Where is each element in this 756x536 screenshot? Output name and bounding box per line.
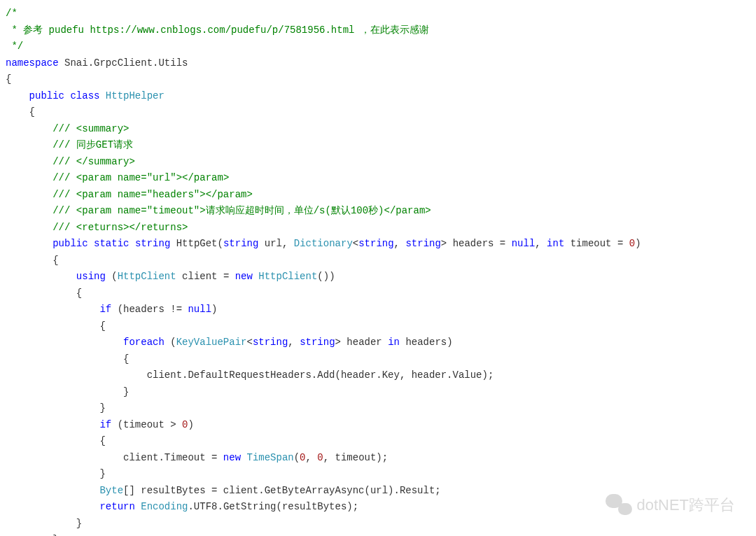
- code-token: [6, 172, 52, 183]
- code-token: {: [6, 435, 106, 446]
- code-token: int: [547, 238, 564, 249]
- code-token: {: [6, 255, 59, 266]
- code-token: }: [6, 402, 106, 414]
- code-token: ): [211, 304, 217, 315]
- code-token: HttpHelper: [106, 90, 164, 101]
- code-token: [88, 238, 94, 249]
- code-token: [99, 90, 105, 101]
- code-token: > header: [335, 337, 388, 348]
- code-token: static: [94, 238, 129, 249]
- code-token: ">请求响应超时时间，单位/s(默认: [194, 205, 351, 216]
- code-token: {: [6, 288, 82, 299]
- code-token: ,: [306, 452, 318, 463]
- code-token: (: [164, 337, 176, 348]
- code-token: /// <param name=": [52, 172, 153, 183]
- code-token: {: [6, 353, 129, 365]
- code-token: null: [188, 304, 211, 315]
- code-token: if: [99, 304, 111, 315]
- code-token: /// <summary>: [52, 123, 129, 134]
- code-token: {: [6, 320, 106, 332]
- code-token: /// <param name=": [52, 189, 153, 200]
- code-token: headers): [400, 337, 453, 348]
- code-token: "></param>: [170, 172, 229, 183]
- code-token: 0: [629, 238, 635, 249]
- code-token: if: [99, 419, 111, 430]
- code-token: */: [6, 41, 23, 52]
- code-token: Snai.GrpcClient.Utils: [59, 57, 188, 69]
- code-token: <: [246, 337, 252, 348]
- code-token: 100: [351, 205, 368, 216]
- code-token: [6, 271, 76, 282]
- code-token: (: [294, 452, 300, 463]
- code-token: string: [223, 238, 258, 249]
- code-token: }: [6, 468, 106, 479]
- code-token: public: [52, 238, 88, 249]
- code-token: GET: [96, 139, 113, 150]
- code-token: namespace: [6, 57, 59, 69]
- code-token: [6, 156, 52, 167]
- code-token: [6, 139, 52, 150]
- code-token: using: [76, 271, 106, 282]
- code-token: [6, 337, 123, 348]
- code-token: class: [70, 90, 99, 101]
- code-token: url: [153, 172, 170, 183]
- code-token: {: [6, 73, 11, 85]
- code-token: in: [388, 337, 400, 348]
- code-token: timeout =: [564, 238, 629, 249]
- code-token: [6, 222, 52, 233]
- code-token: ): [188, 419, 193, 430]
- code-token: [] resultBytes = client.GetByteArrayAsyn…: [123, 485, 441, 496]
- code-token: string: [405, 238, 440, 249]
- code-token: HttpClient: [258, 271, 317, 282]
- code-token: TimeSpan: [246, 452, 293, 463]
- code-token: new: [235, 271, 253, 282]
- code-token: client =: [176, 271, 235, 282]
- code-token: KeyValuePair: [176, 337, 247, 348]
- code-token: ,: [288, 337, 300, 348]
- code-token: HttpClient: [118, 271, 176, 282]
- code-token: (headers !=: [111, 304, 188, 315]
- code-token: [6, 501, 99, 512]
- code-token: .UTF8.GetString(resultBytes);: [188, 501, 358, 512]
- code-token: ()): [317, 271, 335, 282]
- code-token: /*: [6, 8, 18, 19]
- code-token: {: [6, 106, 35, 118]
- code-token: /// <param name=": [52, 205, 153, 216]
- code-token: new: [223, 452, 241, 463]
- code-token: [6, 123, 52, 134]
- code-token: 秒)</param>: [368, 205, 431, 216]
- code-token: return: [99, 501, 134, 512]
- code-token: /// <returns></returns>: [52, 222, 188, 233]
- code-token: public: [29, 90, 64, 101]
- watermark: dotNET跨平台: [606, 494, 735, 516]
- code-token: url,: [258, 238, 293, 249]
- code-token: string: [253, 337, 288, 348]
- code-token: [129, 238, 134, 249]
- code-token: string: [358, 238, 393, 249]
- code-token: Encoding: [141, 501, 188, 512]
- code-token: > headers =: [441, 238, 512, 249]
- code-token: }: [6, 386, 129, 397]
- watermark-text: dotNET跨平台: [636, 497, 735, 514]
- code-token: * 参考 pudefu https://www.cnblogs.com/pude…: [6, 24, 429, 36]
- code-token: 0: [300, 452, 305, 463]
- code-token: client.Timeout =: [6, 452, 223, 463]
- code-token: 请求: [113, 139, 133, 150]
- code-token: [6, 205, 52, 216]
- code-token: [135, 501, 141, 512]
- code-token: (timeout >: [111, 419, 182, 430]
- code-token: (: [106, 271, 118, 282]
- code-token: ): [635, 238, 640, 249]
- code-token: client.DefaultRequestHeaders.Add(header.…: [6, 369, 493, 381]
- code-token: Byte: [99, 485, 123, 496]
- code-token: /// </summary>: [52, 156, 135, 167]
- code-token: [6, 485, 99, 496]
- code-token: string: [135, 238, 170, 249]
- code-token: [6, 189, 52, 200]
- code-token: ,: [394, 238, 406, 249]
- code-token: [6, 238, 52, 249]
- code-token: <: [353, 238, 358, 249]
- code-token: foreach: [123, 337, 164, 348]
- code-token: HttpGet(: [170, 238, 223, 249]
- code-token: timeout: [153, 205, 194, 216]
